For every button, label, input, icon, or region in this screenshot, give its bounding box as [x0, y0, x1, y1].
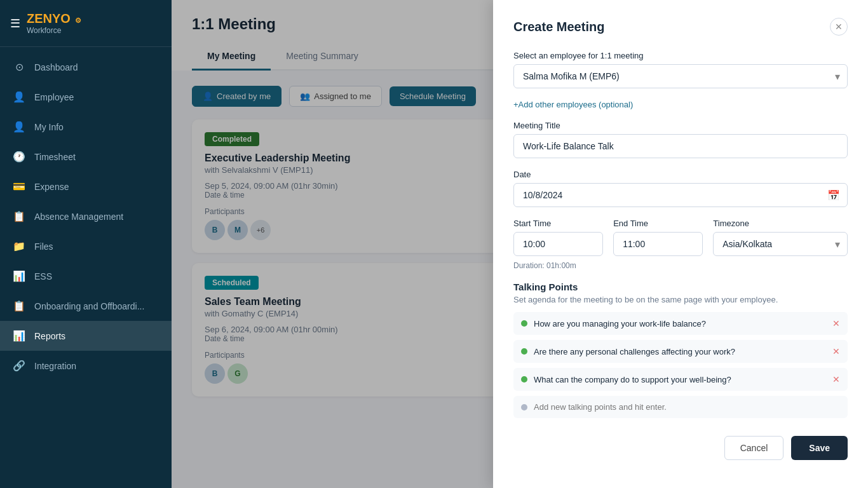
- talking-point-delete[interactable]: ✕: [832, 318, 840, 329]
- date-input[interactable]: [513, 183, 848, 207]
- hamburger-icon[interactable]: ☰: [10, 17, 20, 30]
- sidebar-item-label: Dashboard: [34, 62, 78, 72]
- date-group: Date 📅: [513, 170, 848, 207]
- sidebar-nav: ⊙ Dashboard 👤 Employee 👤 My Info 🕐 Times…: [0, 47, 172, 488]
- logo: ZENYO ⚙ Workforce: [27, 11, 81, 35]
- end-time-group: End Time: [613, 219, 703, 256]
- onboarding-icon: 📋: [13, 300, 25, 312]
- sidebar: ☰ ZENYO ⚙ Workforce ⊙ Dashboard 👤 Employ…: [0, 0, 172, 488]
- meeting-title-group: Meeting Title: [513, 121, 848, 158]
- sidebar-item-employee[interactable]: 👤 Employee: [0, 82, 172, 112]
- start-time-group: Start Time: [513, 219, 603, 256]
- sidebar-item-onboarding[interactable]: 📋 Onboarding and Offboardi...: [0, 291, 172, 321]
- talking-point-dot: [521, 320, 527, 327]
- talking-points-sub: Set agenda for the meeting to be on the …: [513, 295, 848, 304]
- main-content: 1:1 Meeting My Meeting Meeting Summary 👤…: [172, 0, 868, 488]
- sidebar-item-expense[interactable]: 💳 Expense: [0, 172, 172, 201]
- timesheet-icon: 🕐: [13, 151, 25, 163]
- talking-points-title: Talking Points: [513, 281, 848, 292]
- sidebar-item-label: Employee: [34, 92, 74, 102]
- sidebar-item-label: Timesheet: [34, 152, 76, 162]
- timezone-select[interactable]: Asia/Kolkata: [713, 232, 848, 256]
- dashboard-icon: ⊙: [13, 61, 25, 73]
- create-meeting-modal: Create Meeting ✕ Select an employee for …: [493, 0, 868, 488]
- sidebar-item-label: Expense: [34, 182, 69, 192]
- my-info-icon: 👤: [13, 121, 25, 133]
- sidebar-item-label: Reports: [34, 331, 65, 341]
- ess-icon: 📊: [13, 270, 25, 282]
- add-employees-link[interactable]: +Add other employees (optional): [513, 100, 848, 109]
- talking-point-text: What can the company do to support your …: [534, 375, 826, 384]
- add-talking-point-input[interactable]: [534, 402, 840, 412]
- sidebar-item-dashboard[interactable]: ⊙ Dashboard: [0, 52, 172, 82]
- modal-title: Create Meeting: [513, 20, 604, 34]
- employee-field-group: Select an employee for 1:1 meeting Salma…: [513, 51, 848, 88]
- absence-icon: 📋: [13, 210, 25, 222]
- talking-point-text: Are there any personal challenges affect…: [534, 347, 826, 356]
- modal-overlay: Create Meeting ✕ Select an employee for …: [172, 0, 868, 488]
- talking-point-dot-gray: [521, 404, 527, 410]
- files-icon: 📁: [13, 240, 25, 252]
- sidebar-item-files[interactable]: 📁 Files: [0, 231, 172, 261]
- employee-select[interactable]: Salma Mofika M (EMP6): [513, 64, 848, 88]
- modal-close-button[interactable]: ✕: [830, 18, 848, 36]
- sidebar-header: ☰ ZENYO ⚙ Workforce: [0, 0, 172, 47]
- integration-icon: 🔗: [13, 360, 25, 372]
- end-time-input[interactable]: [613, 232, 703, 256]
- sidebar-item-label: Files: [34, 241, 53, 252]
- talking-point-item: What can the company do to support your …: [513, 368, 848, 391]
- modal-header: Create Meeting ✕: [513, 18, 848, 36]
- employee-label: Select an employee for 1:1 meeting: [513, 51, 848, 60]
- talking-point-item: How are you managing your work-life bala…: [513, 312, 848, 335]
- sidebar-item-label: Absence Management: [34, 212, 123, 222]
- employee-select-wrapper: Salma Mofika M (EMP6): [513, 64, 848, 88]
- sidebar-item-timesheet[interactable]: 🕐 Timesheet: [0, 142, 172, 172]
- add-talking-point-item: [513, 396, 848, 418]
- date-label: Date: [513, 170, 848, 179]
- talking-point-delete[interactable]: ✕: [832, 374, 840, 384]
- sidebar-item-label: Onboarding and Offboardi...: [34, 301, 144, 311]
- meeting-title-input[interactable]: [513, 134, 848, 158]
- timezone-label: Timezone: [713, 219, 848, 228]
- employee-icon: 👤: [13, 91, 25, 103]
- reports-icon: 📊: [13, 330, 25, 342]
- meeting-title-label: Meeting Title: [513, 121, 848, 130]
- talking-point-dot: [521, 348, 527, 355]
- sidebar-item-label: Integration: [34, 361, 76, 371]
- duration-text: Duration: 01h:00m: [513, 261, 848, 270]
- date-input-wrapper: 📅: [513, 183, 848, 207]
- expense-icon: 💳: [13, 180, 25, 193]
- sidebar-item-my-info[interactable]: 👤 My Info: [0, 112, 172, 142]
- talking-point-delete[interactable]: ✕: [832, 346, 840, 356]
- timezone-select-wrapper: Asia/Kolkata: [713, 232, 848, 256]
- start-time-input[interactable]: [513, 232, 603, 256]
- modal-footer: Cancel Save: [513, 423, 848, 460]
- talking-point-dot: [521, 376, 527, 383]
- end-time-label: End Time: [613, 219, 703, 228]
- timezone-group: Timezone Asia/Kolkata: [713, 219, 848, 256]
- talking-point-text: How are you managing your work-life bala…: [534, 319, 826, 329]
- cancel-button[interactable]: Cancel: [724, 436, 784, 460]
- sidebar-item-label: My Info: [34, 122, 64, 132]
- time-row: Start Time End Time Timezone Asia/Kolkat…: [513, 219, 848, 256]
- start-time-label: Start Time: [513, 219, 603, 228]
- sidebar-item-reports[interactable]: 📊 Reports: [0, 321, 172, 351]
- sidebar-item-ess[interactable]: 📊 ESS: [0, 261, 172, 291]
- sidebar-item-integration[interactable]: 🔗 Integration: [0, 351, 172, 381]
- logo-subtitle: Workforce: [27, 26, 81, 35]
- save-button[interactable]: Save: [791, 436, 848, 460]
- sidebar-item-absence[interactable]: 📋 Absence Management: [0, 201, 172, 231]
- sidebar-item-label: ESS: [34, 271, 52, 281]
- talking-point-item: Are there any personal challenges affect…: [513, 340, 848, 363]
- calendar-icon: 📅: [827, 189, 840, 201]
